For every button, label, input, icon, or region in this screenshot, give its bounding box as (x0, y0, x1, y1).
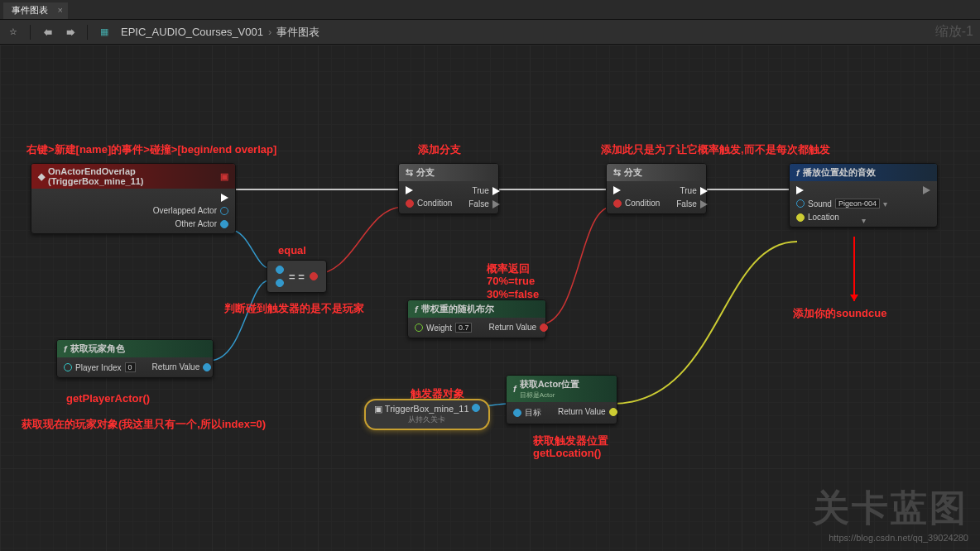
node-header: f 带权重的随机布尔 (408, 300, 545, 318)
separator (30, 25, 31, 40)
event-icon: ◆ (38, 171, 45, 182)
node-header: ⇆ 分支 (607, 164, 706, 181)
pin-a[interactable] (276, 266, 284, 274)
node-header: f 获取Actor位置 目标是Actor (507, 376, 617, 402)
watermark-text: 关卡蓝图 (813, 484, 968, 533)
close-icon[interactable]: × (58, 5, 63, 15)
zoom-label: 缩放-1 (935, 23, 973, 41)
exec-in-pin[interactable] (406, 186, 452, 194)
node-title: 播放位置处的音效 (803, 166, 876, 179)
result-pin[interactable] (310, 272, 318, 280)
actor-icon: ▣ (374, 404, 382, 414)
false-pin[interactable]: False (468, 199, 499, 208)
exec-in-pin[interactable] (613, 186, 660, 194)
ref-title: TriggerBox_mine_11 (385, 404, 469, 414)
true-pin[interactable]: True (468, 186, 499, 195)
back-icon[interactable]: 🡄 (41, 26, 54, 39)
overlapped-actor-pin[interactable]: Overlapped Actor (153, 206, 228, 215)
node-triggerbox-ref[interactable]: ▣ TriggerBox_mine_11 从持久关卡 (364, 399, 490, 430)
node-overlap-event[interactable]: ◆ OnActorEndOverlap (TriggerBox_mine_11)… (31, 163, 236, 234)
exec-out-pin[interactable] (923, 186, 930, 194)
annot-overlap: 右键>新建[name]的事件>碰撞>[begin/end overlap] (26, 142, 276, 157)
exec-in-pin[interactable] (796, 186, 887, 194)
annot-player: 判断碰到触发器的是不是玩家 (224, 301, 364, 316)
annot-soundcue: 添加你的soundcue (793, 306, 886, 321)
annot-loc2: getLocation() (533, 447, 601, 459)
annot-branch: 添加分支 (418, 142, 461, 157)
branch-icon: ⇆ (613, 167, 621, 178)
breadcrumb-root[interactable]: EPIC_AUDIO_Courses_V001 (121, 26, 263, 38)
annot-equal: equal (278, 244, 306, 256)
annot-prob: 添加此只是为了让它概率触发,而不是每次都触发 (601, 142, 830, 157)
dropdown-icon[interactable]: ▾ (883, 199, 887, 208)
condition-pin[interactable]: Condition (406, 199, 452, 208)
favorite-icon[interactable]: ☆ (7, 26, 20, 39)
watermark-url: https://blog.csdn.net/qq_39024280 (813, 533, 968, 543)
tab-title: 事件图表 (12, 4, 48, 17)
graph-canvas[interactable]: 右键>新建[name]的事件>碰撞>[begin/end overlap] 添加… (0, 45, 980, 551)
return-pin[interactable]: Return Value (152, 362, 212, 371)
condition-pin[interactable]: Condition (613, 199, 660, 208)
pin-b[interactable] (276, 279, 284, 287)
node-subtitle: 目标是Actor (520, 390, 580, 400)
annot-index: 获取现在的玩家对象(我这里只有一个,所以index=0) (22, 417, 266, 432)
location-pin[interactable]: Location (796, 213, 887, 222)
expand-icon[interactable]: ▾ (862, 216, 866, 225)
node-title: 分支 (624, 166, 642, 179)
node-get-location[interactable]: f 获取Actor位置 目标是Actor 目标 Return Value (506, 375, 617, 424)
node-get-player[interactable]: f 获取玩家角色 Player Index 0 Return Value (56, 339, 214, 378)
watermark: 关卡蓝图 https://blog.csdn.net/qq_39024280 (813, 484, 968, 543)
node-branch-1[interactable]: ⇆ 分支 Condition True False (398, 163, 499, 214)
chevron-right-icon: › (268, 26, 271, 38)
graph-icon[interactable]: ▦ (98, 26, 111, 39)
arrow-soundcue (853, 237, 855, 301)
breadcrumb-leaf[interactable]: 事件图表 (276, 25, 319, 40)
node-header: f 获取玩家角色 (57, 340, 213, 357)
target-pin[interactable]: 目标 (513, 407, 541, 419)
true-pin[interactable]: True (676, 186, 707, 195)
node-title: 分支 (416, 166, 435, 179)
annot-getplayer: getPlayerActor() (66, 392, 150, 405)
node-title: 带权重的随机布尔 (421, 303, 494, 315)
function-icon: f (64, 344, 67, 354)
function-icon: f (513, 384, 516, 394)
operator-label: = = (289, 271, 305, 283)
return-pin[interactable]: Return Value (488, 323, 548, 332)
node-header: ⇆ 分支 (399, 164, 498, 181)
branch-icon: ⇆ (406, 167, 413, 178)
node-header: ◆ OnActorEndOverlap (TriggerBox_mine_11)… (31, 164, 235, 189)
annot-30: 30%=false (487, 288, 539, 300)
separator (87, 25, 88, 40)
node-title: 获取Actor位置 (520, 378, 580, 390)
exec-out-pin[interactable] (153, 194, 228, 202)
stop-icon[interactable]: ▣ (220, 171, 228, 182)
return-pin[interactable]: Return Value (558, 407, 617, 416)
node-branch-2[interactable]: ⇆ 分支 Condition True False (606, 163, 707, 214)
tab-event-graph[interactable]: 事件图表 × (3, 2, 68, 19)
breadcrumb: EPIC_AUDIO_Courses_V001 › 事件图表 (121, 25, 319, 40)
node-title: OnActorEndOverlap (TriggerBox_mine_11) (48, 166, 217, 186)
node-header: f 播放位置处的音效 (790, 164, 937, 181)
other-actor-pin[interactable]: Other Actor (153, 219, 228, 228)
ref-subtitle: 从持久关卡 (374, 414, 480, 425)
function-icon: f (796, 168, 800, 178)
annot-70: 70%=true (487, 275, 535, 287)
node-equal[interactable]: = = (267, 260, 327, 293)
node-play-sound[interactable]: f 播放位置处的音效 Sound Pigeon-004▾ Location ▾ (789, 163, 938, 228)
player-index-pin[interactable]: Player Index 0 (64, 362, 136, 372)
forward-icon[interactable]: 🡆 (64, 26, 77, 39)
sound-pin[interactable]: Sound Pigeon-004▾ (796, 199, 887, 208)
function-icon: f (415, 304, 418, 314)
weight-pin[interactable]: Weight 0.7 (415, 323, 472, 333)
node-title: 获取玩家角色 (70, 343, 125, 355)
node-random-bool[interactable]: f 带权重的随机布尔 Weight 0.7 Return Value (407, 299, 546, 338)
ref-out-pin[interactable] (472, 404, 480, 412)
false-pin[interactable]: False (676, 199, 707, 208)
